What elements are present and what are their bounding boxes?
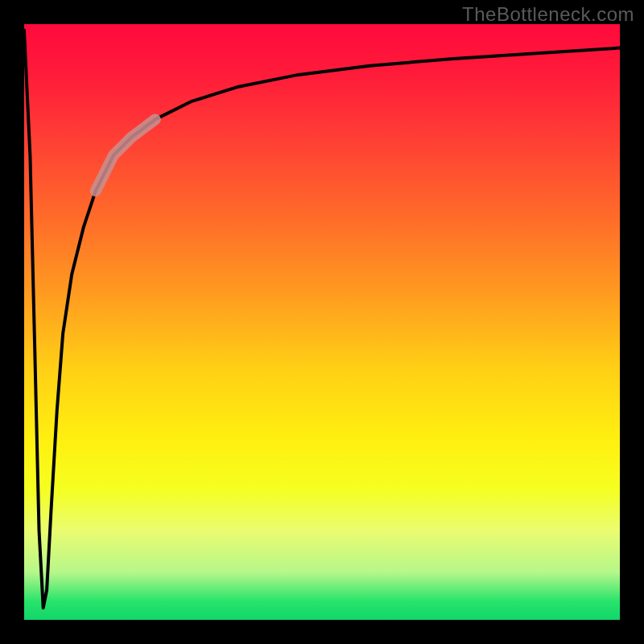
highlight-segment: [96, 119, 155, 191]
watermark-text: TheBottleneck.com: [462, 3, 634, 26]
plot-area: [24, 24, 620, 620]
curve-layer: [24, 24, 620, 620]
bottleneck-curve: [24, 30, 620, 608]
chart-frame: TheBottleneck.com: [0, 0, 644, 644]
